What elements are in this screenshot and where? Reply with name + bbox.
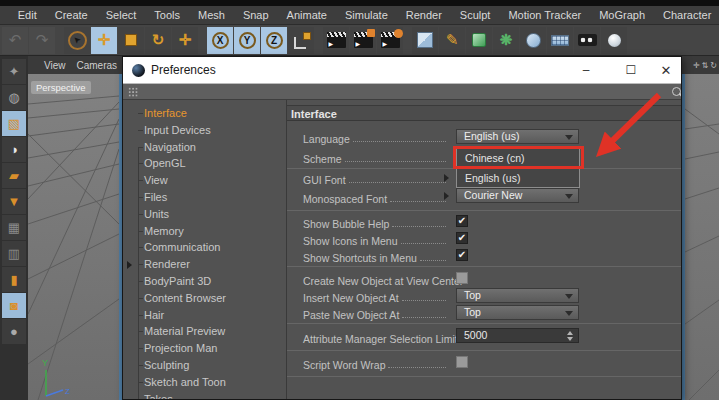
pen-spline-icon[interactable]: ✎	[439, 27, 465, 54]
maximize-button[interactable]: ☐	[612, 57, 650, 83]
dolly-view-icon[interactable]: ⇅	[702, 61, 709, 70]
menu-snap[interactable]: Snap	[234, 9, 278, 21]
lock-x-icon[interactable]: X	[207, 27, 233, 54]
script-word-wrap-checkbox[interactable]	[456, 356, 468, 368]
show-bubble-help-row: Show Bubble Help	[303, 215, 449, 230]
menu-motion-tracker[interactable]: Motion Tracker	[499, 9, 590, 21]
lock-z-icon[interactable]: Z	[261, 27, 287, 54]
light-icon[interactable]	[601, 27, 627, 54]
create-new-object-checkbox[interactable]	[456, 272, 468, 284]
expand-arrow-icon[interactable]	[444, 192, 449, 200]
sidebar-item-projection-man[interactable]: Projection Man	[123, 340, 286, 357]
drag-handle-icon[interactable]	[128, 87, 139, 97]
minimize-button[interactable]: –	[567, 57, 605, 83]
menu-select[interactable]: Select	[97, 9, 146, 21]
model-mode-icon[interactable]: ✦	[2, 59, 26, 84]
scale-icon[interactable]	[118, 27, 144, 54]
coordinate-system-icon[interactable]	[288, 27, 314, 54]
sidebar-item-bodypaint-3d[interactable]: BodyPaint 3D	[123, 273, 286, 290]
insert-new-object-dropdown[interactable]: Top	[456, 288, 579, 303]
show-icons-in-menu-checkbox[interactable]: ✔	[456, 232, 468, 244]
lock-y-icon[interactable]: Y	[234, 27, 260, 54]
check-icon: ✔	[458, 250, 466, 260]
menu-animate[interactable]: Animate	[278, 9, 336, 21]
polygons-mode-icon[interactable]: ▼	[2, 189, 26, 214]
sidebar-item-view[interactable]: View	[123, 172, 286, 189]
attribute-limit-field[interactable]: 5000	[456, 328, 579, 343]
sidebar-item-takes[interactable]: Takes	[123, 391, 286, 399]
mograph-cloner-icon[interactable]: ❋	[493, 27, 519, 54]
sidebar-item-navigation[interactable]: Navigation	[123, 139, 286, 156]
viewport-canvas[interactable]	[685, 74, 719, 400]
texture-mode-icon[interactable]: ◍	[2, 85, 26, 110]
render-to-picture-viewer-icon[interactable]: ▶	[350, 27, 376, 54]
paste-new-object-dropdown[interactable]: Top	[456, 305, 579, 320]
dialog-title-bar[interactable]: Preferences – ☐ ✕	[123, 57, 681, 84]
camera-icon[interactable]	[574, 27, 600, 54]
sidebar-item-input-devices[interactable]: Input Devices	[123, 122, 286, 139]
pan-view-icon[interactable]: ✛	[693, 61, 700, 70]
viewport-menu-cameras[interactable]: Cameras	[77, 60, 118, 71]
attribute-limit-row: Attribute Manager Selection Limit	[303, 330, 453, 345]
sidebar-item-interface[interactable]: Interface	[123, 105, 286, 122]
monospaced-font-dropdown[interactable]: Courier New	[456, 188, 579, 203]
axis-move-icon[interactable]: ✛	[172, 27, 198, 54]
floor-icon[interactable]	[547, 27, 573, 54]
add-cube-icon[interactable]	[412, 27, 438, 54]
live-selection-icon[interactable]: ➤	[64, 27, 90, 54]
menu-edit[interactable]: Edit	[9, 9, 46, 21]
move-icon[interactable]: ✛	[91, 27, 117, 54]
render-view-icon[interactable]: ▶	[323, 27, 349, 54]
sidebar-item-renderer[interactable]: Renderer	[123, 256, 286, 273]
sidebar-item-hair[interactable]: Hair	[123, 307, 286, 324]
viewport-right-sliver[interactable]: ✛ ⇅ ↻	[682, 56, 719, 400]
menu-mograph[interactable]: MoGraph	[590, 9, 654, 21]
menu-tools[interactable]: Tools	[145, 9, 189, 21]
texture-axis-mode-icon[interactable]: ▮	[2, 267, 26, 292]
dropdown-option-english[interactable]: English (us)	[457, 168, 579, 188]
sidebar-item-opengl[interactable]: OpenGL	[123, 155, 286, 172]
redo-icon[interactable]: ↷	[29, 27, 55, 54]
search-icon[interactable]	[671, 86, 682, 98]
sidebar-item-communication[interactable]: Communication	[123, 239, 286, 256]
sidebar-item-sculpting[interactable]: Sculpting	[123, 357, 286, 374]
rotate-view-icon[interactable]: ↻	[710, 61, 717, 70]
render-settings-icon[interactable]: ▶	[377, 27, 403, 54]
menu-file[interactable]: File	[0, 9, 9, 21]
snap-mode-icon[interactable]: ●	[2, 319, 26, 344]
deformer-icon[interactable]	[520, 27, 546, 54]
mode-palette: ✦ ◍ ▧ ◑ ▰ ▼ ▦ ▥ ▮ ◙ ●	[0, 56, 28, 400]
sidebar-item-material-preview[interactable]: Material Preview	[123, 323, 286, 340]
language-dropdown[interactable]: English (us)	[456, 129, 579, 144]
main-menu-bar: File Edit Create Select Tools Mesh Snap …	[0, 6, 719, 25]
rotate-icon[interactable]: ↻	[145, 27, 171, 54]
workplane-mode-icon[interactable]: ▧	[2, 111, 26, 136]
menu-mesh[interactable]: Mesh	[189, 9, 234, 21]
axis-mode-icon[interactable]: ▦	[2, 215, 26, 240]
subdivision-surface-icon[interactable]	[466, 27, 492, 54]
viewport-perspective[interactable]: View Cameras Display Perspective Y	[28, 56, 122, 400]
close-button[interactable]: ✕	[647, 57, 682, 83]
show-bubble-help-checkbox[interactable]: ✔	[456, 215, 468, 227]
undo-icon[interactable]: ↶	[2, 27, 28, 54]
viewport-canvas[interactable]: Perspective Y Z	[28, 74, 119, 400]
menu-character[interactable]: Character	[654, 9, 719, 21]
edges-mode-icon[interactable]: ▰	[2, 163, 26, 188]
paint-mode-icon[interactable]: ◙	[2, 293, 26, 318]
sidebar-item-files[interactable]: Files	[123, 189, 286, 206]
show-shortcuts-in-menu-checkbox[interactable]: ✔	[456, 249, 468, 261]
menu-sculpt[interactable]: Sculpt	[451, 9, 500, 21]
sidebar-item-units[interactable]: Units	[123, 206, 286, 223]
menu-simulate[interactable]: Simulate	[336, 9, 397, 21]
menu-create[interactable]: Create	[46, 9, 97, 21]
expand-arrow-icon[interactable]	[127, 261, 132, 269]
spinner-icon[interactable]	[567, 331, 574, 341]
expand-arrow-icon[interactable]	[444, 174, 449, 182]
sidebar-item-sketch-and-toon[interactable]: Sketch and Toon	[123, 374, 286, 391]
points-mode-icon[interactable]: ◑	[2, 137, 26, 162]
viewport-menu-view[interactable]: View	[44, 60, 66, 71]
sidebar-item-content-browser[interactable]: Content Browser	[123, 290, 286, 307]
sidebar-item-memory[interactable]: Memory	[123, 223, 286, 240]
uv-mode-icon[interactable]: ▥	[2, 241, 26, 266]
menu-render[interactable]: Render	[397, 9, 451, 21]
